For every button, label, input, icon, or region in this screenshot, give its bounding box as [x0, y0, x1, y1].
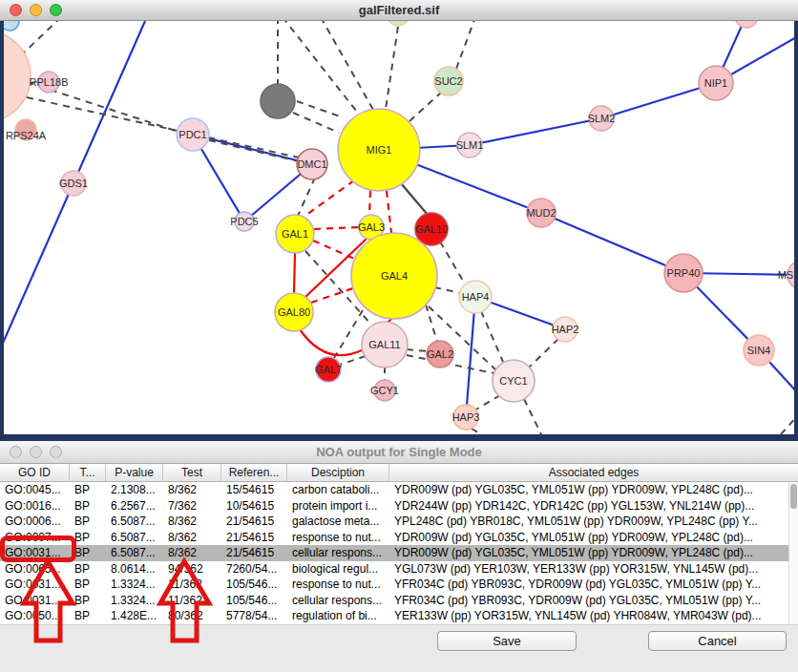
node-label: NIP1	[704, 77, 727, 89]
network-edge	[472, 429, 481, 434]
screen: galFiltered.sif RPL18BRPS24APDC1GDS1MIG1…	[0, 0, 798, 672]
network-edge	[321, 21, 373, 110]
table-row[interactable]: GO:0031...BP1.3324...11/362105/546...res…	[0, 577, 788, 593]
table-row[interactable]: GO:0045...BP2.1308...8/36215/54615carbon…	[0, 482, 788, 498]
window-controls	[10, 4, 62, 16]
cell-description: protein import i...	[287, 498, 389, 514]
cell-type: BP	[70, 577, 106, 593]
cell-go_id: GO:0031...	[0, 545, 70, 561]
network-edge	[401, 183, 428, 215]
cell-test: 11/362	[163, 577, 221, 593]
cell-p_value: 1.428E...	[106, 608, 163, 624]
column-header-p_value[interactable]: P-value	[106, 464, 163, 481]
cell-type: BP	[70, 593, 106, 609]
cell-go_id: GO:0045...	[0, 482, 70, 498]
cell-test: 80/362	[163, 608, 221, 624]
table-row[interactable]: GO:0007...BP6.5087...8/36221/54615respon…	[0, 530, 788, 546]
window-controls	[10, 446, 62, 458]
node-label: RPS24A	[6, 130, 47, 141]
cell-edges: YGL073W (pd) YER103W, YER133W (pp) YOR31…	[389, 561, 788, 578]
network-edge	[300, 329, 362, 355]
column-header-type[interactable]: T...	[70, 464, 106, 481]
vertical-scrollbar[interactable]	[788, 482, 798, 624]
save-button[interactable]: Save	[437, 631, 577, 651]
network-window-title: galFiltered.sif	[0, 0, 798, 20]
node-topright-partial[interactable]	[735, 21, 758, 28]
node-label: MSL1	[778, 269, 794, 281]
noa-window-title: NOA output for Single Mode	[0, 441, 798, 463]
cell-description: carbon cataboli...	[287, 482, 389, 498]
table-row[interactable]: GO:0031...BP6.5087...8/36221/54615cellul…	[0, 545, 788, 561]
node-label: DMC1	[297, 158, 326, 170]
table-header: GO IDT...P-valueTestReferen...Desciption…	[0, 464, 798, 482]
node-gray-node[interactable]	[261, 84, 295, 118]
cell-p_value: 1.3324...	[106, 593, 163, 609]
close-button-icon[interactable]	[10, 446, 22, 458]
network-edge	[311, 288, 353, 303]
network-edge	[456, 21, 475, 69]
cell-reference: 105/546...	[221, 577, 287, 593]
network-edge	[313, 241, 354, 259]
minimize-button-icon[interactable]	[30, 446, 42, 458]
cell-type: BP	[70, 482, 106, 498]
cell-p_value: 6.5087...	[106, 545, 163, 561]
cell-description: cellular respons...	[287, 593, 389, 609]
network-edge	[434, 287, 460, 293]
cell-go_id: GO:0050...	[0, 608, 70, 624]
network-titlebar: galFiltered.sif	[0, 0, 798, 21]
node-label: HAP3	[452, 411, 480, 423]
scrollbar-thumb[interactable]	[790, 484, 797, 509]
table-row[interactable]: GO:0050...BP1.428E...80/3625778/54...reg…	[0, 608, 788, 624]
network-edge	[524, 399, 541, 434]
column-header-reference[interactable]: Referen...	[221, 464, 287, 481]
node-label: SLM1	[456, 139, 484, 151]
column-header-edges[interactable]: Associated edges	[389, 464, 798, 481]
table-row[interactable]: GO:0016...BP6.2567...7/36210/54615protei…	[0, 498, 788, 514]
node-label: MUD2	[526, 207, 556, 219]
close-button-icon[interactable]	[10, 4, 22, 16]
cell-reference: 21/54615	[221, 545, 287, 561]
node-label: GAL7	[315, 364, 342, 375]
cell-go_id: GO:0007...	[0, 530, 70, 546]
node-label: PRP40	[667, 267, 701, 279]
cell-reference: 10/54615	[221, 498, 287, 514]
cell-test: 94/362	[163, 561, 221, 578]
zoom-button-icon[interactable]	[50, 446, 62, 458]
network-canvas[interactable]: RPL18BRPS24APDC1GDS1MIG1DMC1SLM1SLM2NIP1…	[4, 21, 794, 434]
cell-type: BP	[70, 608, 106, 624]
cell-description: cellular respons...	[287, 545, 389, 561]
zoom-button-icon[interactable]	[50, 4, 62, 16]
cell-edges: YDR244W (pp) YDR142C, YDR142C (pp) YGL15…	[389, 498, 788, 514]
network-edge	[297, 101, 340, 116]
cell-test: 8/362	[163, 530, 221, 546]
network-edge	[409, 92, 442, 122]
node-bigpink-partial[interactable]	[4, 31, 31, 122]
node-corner-partial[interactable]	[4, 21, 19, 31]
column-header-go_id[interactable]: GO ID	[0, 464, 70, 481]
table-row[interactable]: GO:0006...BP6.5087...8/36221/54615galact…	[0, 514, 788, 530]
node-label: GAL4	[381, 270, 408, 282]
column-header-description[interactable]: Desciption	[287, 464, 389, 481]
table-row[interactable]: GO:0031...BP1.3324...11/362105/546...cel…	[0, 593, 788, 609]
cancel-button[interactable]: Cancel	[648, 631, 787, 651]
cell-edges: YDR009W (pd) YGL035C, YML051W (pp) YDR00…	[389, 530, 788, 546]
network-edge	[27, 97, 299, 158]
node-label: PDC5	[230, 216, 258, 227]
node-label: GAL11	[368, 339, 400, 350]
cell-go_id: GO:0031...	[0, 593, 70, 609]
cell-test: 11/362	[163, 593, 221, 609]
noa-output-window: NOA output for Single Mode GO IDT...P-va…	[0, 441, 798, 672]
node-green-partial[interactable]	[388, 21, 409, 26]
network-edge	[386, 27, 398, 109]
network-edge	[23, 21, 61, 53]
minimize-button-icon[interactable]	[30, 4, 42, 16]
cell-reference: 7260/54...	[221, 561, 287, 578]
network-edge	[340, 356, 366, 365]
table-row[interactable]: GO:0065...BP8.0614...94/3627260/54...bio…	[0, 561, 788, 578]
network-edge	[407, 349, 428, 351]
cell-type: BP	[70, 498, 106, 514]
column-header-test[interactable]: Test	[163, 464, 221, 481]
network-edge	[369, 191, 370, 215]
cell-p_value: 6.5087...	[106, 514, 163, 530]
cell-description: response to nut...	[287, 530, 389, 546]
